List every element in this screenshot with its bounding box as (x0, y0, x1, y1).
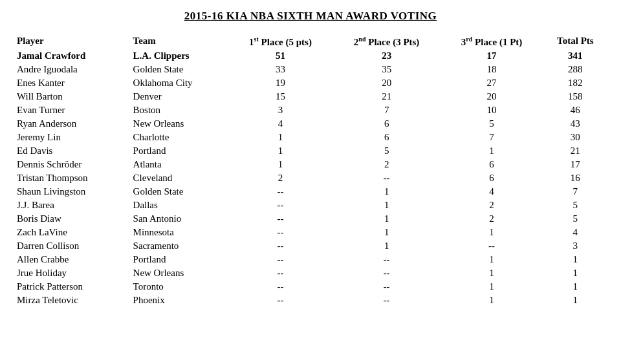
table-row: Jeremy LinCharlotte16730 (13, 131, 608, 144)
table-row: J.J. BareaDallas--125 (13, 198, 608, 212)
table-row: Patrick PattersonToronto----11 (13, 280, 608, 294)
table-row: Ryan AndersonNew Orleans46543 (13, 117, 608, 131)
table-row: Andre IguodalaGolden State333518288 (13, 63, 608, 76)
table-row: Allen CrabbePortland----11 (13, 253, 608, 266)
table-row: Jrue HolidayNew Orleans----11 (13, 266, 608, 280)
table-row: Evan TurnerBoston371046 (13, 103, 608, 117)
table-row: Darren CollisonSacramento--1--3 (13, 239, 608, 253)
table-row: Jamal CrawfordL.A. Clippers512317341 (13, 49, 608, 63)
table-row: Ed DavisPortland15121 (13, 144, 608, 158)
table-row: Mirza TeletovicPhoenix----11 (13, 294, 608, 307)
col-header-total: Total Pts (543, 34, 608, 49)
table-row: Zach LaVineMinnesota--114 (13, 226, 608, 239)
table-row: Shaun LivingstonGolden State--147 (13, 185, 608, 198)
table-row: Boris DiawSan Antonio--125 (13, 212, 608, 226)
col-header-first-place: 1st Place (5 pts) (228, 34, 332, 49)
awards-table: Player Team 1st Place (5 pts) 2nd Place … (13, 34, 608, 307)
table-row: Dennis SchröderAtlanta12617 (13, 158, 608, 171)
col-header-second-place: 2nd Place (3 Pts) (332, 34, 441, 49)
table-row: Will BartonDenver152120158 (13, 90, 608, 103)
page-title: 2015-16 KIA NBA SIXTH MAN AWARD VOTING (13, 10, 608, 23)
col-header-third-place: 3rd Place (1 Pt) (441, 34, 542, 49)
table-row: Tristan ThompsonCleveland2--616 (13, 171, 608, 185)
col-header-player: Player (13, 34, 129, 49)
table-row: Enes KanterOklahoma City192027182 (13, 76, 608, 90)
col-header-team: Team (129, 34, 229, 49)
table-header-row: Player Team 1st Place (5 pts) 2nd Place … (13, 34, 608, 49)
